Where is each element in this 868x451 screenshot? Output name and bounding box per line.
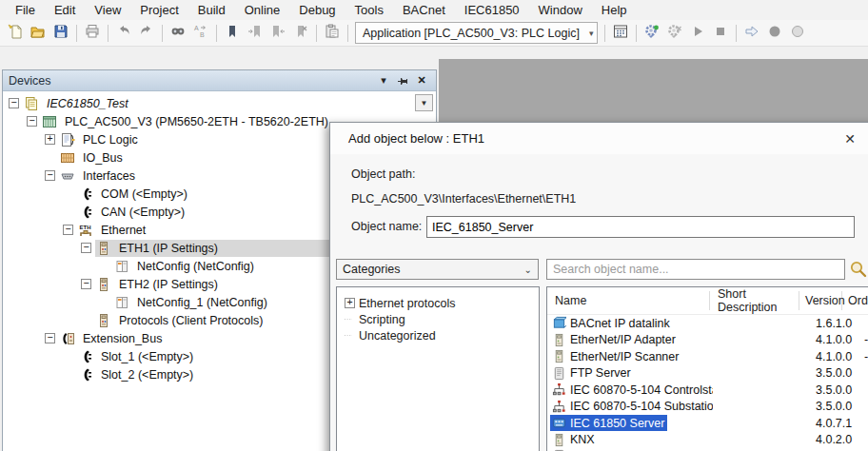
name-wrap: EtherNet/IP Scanner [550,348,681,364]
devices-panel-title: Devices [9,74,50,88]
netconfig-icon [113,259,129,274]
column-header-order[interactable]: Order [842,291,868,310]
toolbar: ABApplication [PLC_AC500_V3: PLC Logic]▾ [0,20,868,47]
name-wrap: IEC 61850 Server [550,415,667,431]
toolbar-bookmark-button[interactable] [222,23,243,44]
connector-icon [77,205,93,220]
menu-item-iec61850[interactable]: IEC61850 [455,0,529,20]
table-row[interactable]: EtherNet/IP Adapter4.1.0.0- [547,332,868,349]
toolbar-open-project-button[interactable] [28,23,49,44]
toolbar-login-button[interactable] [641,23,662,44]
toolbar-undo-button[interactable] [113,23,134,44]
search-icon[interactable] [849,260,868,279]
tree-item-label: Interfaces [80,168,138,184]
tree-item-label: COM (<Empty>) [98,186,190,202]
panel-pin-icon[interactable] [394,73,411,88]
eth-port-icon [95,313,111,328]
tree-item-content: IEC61850_Test [23,95,436,112]
toolbar-previous-bookmark-button[interactable] [267,23,288,44]
object-name-input[interactable] [426,216,855,238]
object-name-label: IEC 60870-5-104 Controlstation [570,383,713,397]
undo-icon [116,24,131,42]
dialog-close-icon[interactable]: ✕ [840,129,859,148]
column-header-version[interactable]: Version [799,291,842,310]
menu-item-project[interactable]: Project [130,0,187,20]
object-name-label: Object name: [351,220,422,233]
menu-item-bacnet[interactable]: BACnet [393,0,455,20]
object-table: Name Short Description Version Order BAC… [546,286,868,451]
expand-icon[interactable]: + [45,134,55,145]
toolbar-replace-button[interactable]: AB [190,23,211,44]
category-item-uncategorized[interactable]: Uncategorized [337,327,539,343]
table-row[interactable]: BACnet IP datalink1.6.1.0 [547,315,868,332]
name-wrap: FTP Server [550,365,634,382]
collapse-icon[interactable]: − [45,333,55,343]
extension-bus-icon [59,331,75,346]
menu-item-view[interactable]: View [85,0,130,20]
toolbar-stop-button[interactable] [710,23,731,44]
menu-item-tools[interactable]: Tools [345,0,393,20]
toolbar-print-button[interactable] [82,23,103,44]
menu-item-file[interactable]: File [6,0,45,20]
menu-item-build[interactable]: Build [188,0,235,20]
server-doc-icon [551,366,566,381]
menu-item-online[interactable]: Online [235,0,290,20]
categories-selector[interactable]: Categories ⌄ [336,259,539,280]
expand-icon[interactable]: + [345,298,355,308]
table-row[interactable]: EtherNet/IP Scanner4.1.0.0- [547,348,868,365]
menu-item-debug[interactable]: Debug [289,0,345,20]
search-input[interactable] [547,260,844,279]
plc-icon [41,114,57,129]
toolbar-separator [347,25,348,42]
active-application-selector[interactable]: Application [PLC_AC500_V3: PLC Logic]▾ [355,22,598,44]
collapse-icon[interactable]: − [81,279,91,289]
collapse-icon[interactable]: − [63,225,73,235]
cell-order: - [858,333,868,346]
chevron-down-icon: ⌄ [524,265,532,275]
toolbar-redo-button[interactable] [136,23,157,44]
tree-item-iec61850_test[interactable]: −IEC61850_Test [3,94,436,112]
toolbar-clear-bookmarks-button[interactable] [290,23,311,44]
collapse-icon[interactable]: − [27,116,37,127]
toolbar-next-bookmark-button[interactable] [245,23,266,44]
toolbar-run-button[interactable] [687,23,708,44]
toolbar-step-over-button[interactable] [741,23,762,44]
collapse-icon[interactable]: − [9,98,19,108]
toolbar-new-file-button[interactable] [5,23,26,44]
toolbar-save-button[interactable] [50,23,71,44]
table-row[interactable]: IEC 60870-5-104 Controlstation3.5.0.0 [547,382,868,399]
toolbar-find-button[interactable] [168,23,188,44]
toolbar-breakpoint-filled-button[interactable] [764,23,785,44]
name-wrap: IEC 60870-5-104 Controlstation [550,382,713,398]
panel-close-icon[interactable]: ✕ [413,73,430,88]
column-header-short-description[interactable]: Short Description [710,291,799,310]
toolbar-paste-button[interactable] [322,23,343,44]
toolbar-separator [216,25,217,42]
toolbar-breakpoint-empty-button[interactable] [787,23,808,44]
toolbar-build-button[interactable] [610,23,631,44]
interfaces-icon [59,168,75,184]
category-item-label: Scripting [359,313,405,326]
cell-name: EtherNet/IP Adapter [547,332,713,348]
object-path-value: PLC_AC500_V3\Interfaces\Ethernet\ETH1 [351,192,576,206]
table-row[interactable]: IEC 61850 Server4.0.7.1 [547,415,868,432]
stop-icon [713,24,728,42]
table-row[interactable]: KNX4.0.2.0 [547,432,868,449]
collapse-icon[interactable]: − [45,170,55,181]
object-name-label: EtherNet/IP Scanner [570,350,679,363]
menu-item-help[interactable]: Help [592,0,637,20]
table-row[interactable]: IEC 60870-5-104 Substation3.5.0.0 [547,399,868,416]
project-icon [23,96,39,111]
panel-menu-chevron-icon[interactable]: ▾ [375,73,392,88]
table-row[interactable]: FTP Server3.5.0.0 [547,365,868,382]
category-item-scripting[interactable]: Scripting [337,311,539,327]
menu-item-edit[interactable]: Edit [45,0,85,20]
cell-version: 4.0.7.1 [810,417,858,430]
category-item-ethernet-protocols[interactable]: +Ethernet protocols [337,295,539,311]
column-header-name[interactable]: Name [547,291,710,310]
toolbar-logout-button[interactable] [664,23,685,44]
menu-item-window[interactable]: Window [529,0,592,20]
name-wrap: IEC 60870-5-104 Substation [550,399,713,415]
collapse-icon[interactable]: − [81,243,91,253]
tree-item-label: CAN (<Empty>) [98,205,187,220]
